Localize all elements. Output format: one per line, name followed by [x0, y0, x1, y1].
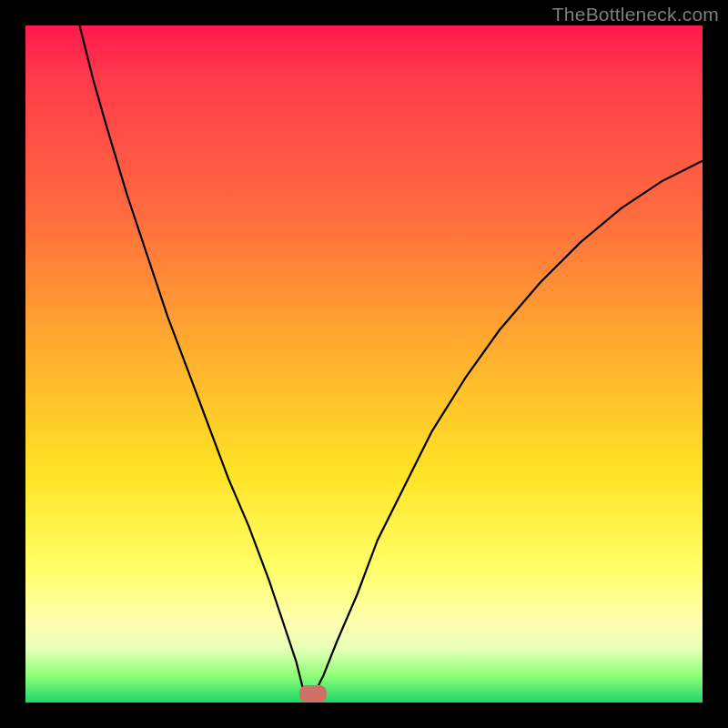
- watermark-text: TheBottleneck.com: [552, 4, 719, 25]
- curve-right-branch: [310, 161, 703, 703]
- plot-area: [25, 25, 703, 703]
- outer-frame: TheBottleneck.com: [0, 0, 728, 728]
- optimum-marker: [299, 685, 327, 703]
- bottleneck-curve: [25, 25, 703, 703]
- curve-left-branch: [80, 25, 310, 703]
